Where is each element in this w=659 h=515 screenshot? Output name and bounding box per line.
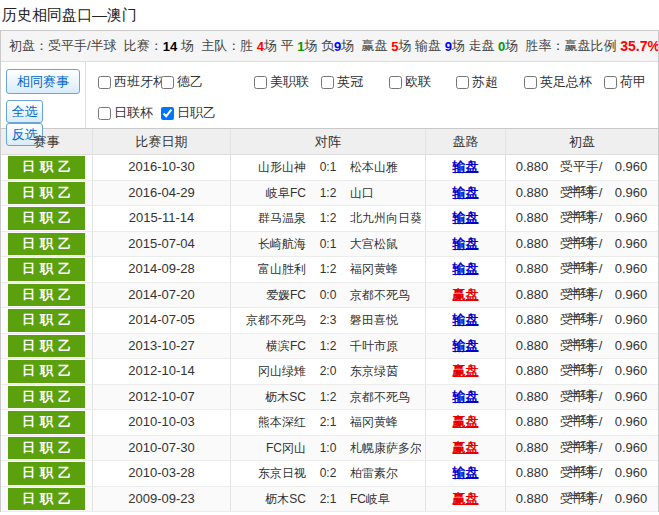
stats-segment: 场 主队：胜	[177, 37, 256, 55]
away-team: 磐田喜悦	[350, 308, 421, 333]
match-cell: 枥木SC 2:1 FC岐阜	[231, 487, 426, 512]
league-checkbox[interactable]	[604, 76, 617, 89]
league-checkbox[interactable]	[98, 76, 111, 89]
away-team: 山口	[350, 181, 421, 206]
match-cell: 枥木SC 1:2 京都不死鸟	[231, 385, 426, 410]
league-badge: 日职乙	[8, 258, 85, 281]
match-date: 2015-07-04	[93, 232, 231, 257]
odds-left: 0.880	[506, 283, 558, 308]
result-link[interactable]: 输盘	[453, 312, 479, 327]
league-filter-item[interactable]: 日职乙	[161, 105, 254, 121]
result-link[interactable]: 赢盘	[453, 440, 479, 455]
home-team: 枥木SC	[235, 487, 306, 512]
odds-right: 0.960	[604, 487, 658, 512]
league-filter-item[interactable]: 欧联	[389, 74, 456, 90]
match-score: 0:2	[306, 461, 350, 486]
home-team: 群马温泉	[235, 206, 306, 231]
stats-segment: 35.7%	[620, 38, 658, 54]
stats-segment: 初盘：受平手/半球 比赛：	[9, 37, 163, 55]
match-score: 1:2	[306, 257, 350, 282]
result-link[interactable]: 赢盘	[453, 287, 479, 302]
handicap: 受平手/半球	[558, 181, 604, 206]
odds-right: 0.960	[604, 461, 658, 486]
match-score: 0:0	[306, 283, 350, 308]
match-cell: 横滨FC 1:2 千叶市原	[231, 334, 426, 359]
league-filter-item[interactable]: 苏超	[456, 74, 524, 90]
match-score: 2:1	[306, 487, 350, 512]
handicap: 受平手/半球	[558, 155, 604, 180]
match-cell: FC冈山 1:0 札幌康萨多尔	[231, 436, 426, 461]
league-checkbox[interactable]	[161, 76, 174, 89]
away-team: 福冈黄蜂	[350, 257, 421, 282]
league-checkbox-label: 德乙	[177, 73, 203, 91]
league-filter-item[interactable]: 西班牙杯	[98, 74, 161, 90]
league-filter-item[interactable]: 英足总杯	[524, 74, 604, 90]
match-score: 0:1	[306, 232, 350, 257]
handicap: 受平手/半球	[558, 385, 604, 410]
result-link[interactable]: 输盘	[453, 185, 479, 200]
handicap: 受平手/半球	[558, 206, 604, 231]
away-team: 柏雷素尔	[350, 461, 421, 486]
odds-right: 0.960	[604, 308, 658, 333]
select-all-button[interactable]: 全选	[6, 100, 43, 123]
league-checkbox-label: 日联杯	[114, 104, 153, 122]
league-checkbox-label: 英冠	[337, 73, 363, 91]
league-checkbox[interactable]	[321, 76, 334, 89]
league-checkbox[interactable]	[161, 107, 174, 120]
table-row: 日职乙 2012-10-14 冈山绿雉 2:0 东京绿茵 赢盘 0.880 受平…	[1, 359, 658, 385]
league-filter-item[interactable]: 英冠	[321, 74, 389, 90]
match-cell: 群马温泉 1:2 北九州向日葵	[231, 206, 426, 231]
odds-left: 0.880	[506, 257, 558, 282]
league-checkbox-label: 荷甲	[620, 73, 646, 91]
league-filter-item[interactable]: 德乙	[161, 74, 254, 90]
result-link[interactable]: 输盘	[453, 236, 479, 251]
league-badge: 日职乙	[8, 284, 85, 307]
league-checkbox[interactable]	[524, 76, 537, 89]
league-checkbox[interactable]	[254, 76, 267, 89]
odds-right: 0.960	[604, 206, 658, 231]
same-events-button[interactable]: 相同赛事	[6, 69, 80, 94]
league-checkbox[interactable]	[98, 107, 111, 120]
handicap: 受平手/半球	[558, 436, 604, 461]
result-link[interactable]: 赢盘	[453, 491, 479, 506]
home-team: 枥木SC	[235, 385, 306, 410]
stats-segment: 场 走盘	[452, 37, 498, 55]
result-link[interactable]: 输盘	[453, 210, 479, 225]
handicap: 受平手/半球	[558, 410, 604, 435]
league-filter-item[interactable]: 荷甲	[604, 74, 658, 90]
league-checkbox[interactable]	[456, 76, 469, 89]
league-checkbox[interactable]	[389, 76, 402, 89]
table-row: 日职乙 2010-10-03 熊本深红 2:1 福冈黄蜂 赢盘 0.880 受平…	[1, 410, 658, 436]
match-score: 2:3	[306, 308, 350, 333]
odds-left: 0.880	[506, 436, 558, 461]
match-cell: 爱媛FC 0:0 京都不死鸟	[231, 283, 426, 308]
stats-segment: 场 胜率：赢盘比例	[505, 37, 620, 55]
league-filter-item[interactable]: 日联杯	[98, 105, 161, 121]
league-checkbox-label: 日职乙	[177, 104, 216, 122]
table-row: 日职乙 2013-10-27 横滨FC 1:2 千叶市原 输盘 0.880 受平…	[1, 334, 658, 360]
league-checkbox-label: 苏超	[472, 73, 498, 91]
match-date: 2015-11-14	[93, 206, 231, 231]
match-cell: 冈山绿雉 2:0 东京绿茵	[231, 359, 426, 384]
table-row: 日职乙 2016-04-29 岐阜FC 1:2 山口 输盘 0.880 受平手/…	[1, 181, 658, 207]
odds-right: 0.960	[604, 232, 658, 257]
stats-segment: 14	[163, 39, 177, 54]
home-team: 冈山绿雉	[235, 359, 306, 384]
result-link[interactable]: 赢盘	[453, 414, 479, 429]
table-row: 日职乙 2010-03-28 东京日视 0:2 柏雷素尔 输盘 0.880 受平…	[1, 461, 658, 487]
result-link[interactable]: 输盘	[453, 261, 479, 276]
stats-segment: 场 输盘	[398, 37, 444, 55]
result-link[interactable]: 输盘	[453, 338, 479, 353]
away-team: 东京绿茵	[350, 359, 421, 384]
home-team: 熊本深红	[235, 410, 306, 435]
match-cell: 京都不死鸟 2:3 磐田喜悦	[231, 308, 426, 333]
result-link[interactable]: 输盘	[453, 465, 479, 480]
away-team: 千叶市原	[350, 334, 421, 359]
result-link[interactable]: 输盘	[453, 159, 479, 174]
league-filter-item[interactable]: 美职联	[254, 74, 321, 90]
handicap-stats-bar: 初盘：受平手/半球 比赛：14 场 主队：胜 4场 平 1场 负9场 赢盘 5场…	[1, 31, 658, 62]
header-date: 比赛日期	[93, 129, 231, 154]
filter-panel: 相同赛事 全选 反选 西班牙杯 德乙 美职联 英冠 欧联 苏超 英足总杯 荷甲	[1, 62, 658, 128]
result-link[interactable]: 赢盘	[453, 363, 479, 378]
result-link[interactable]: 输盘	[453, 389, 479, 404]
